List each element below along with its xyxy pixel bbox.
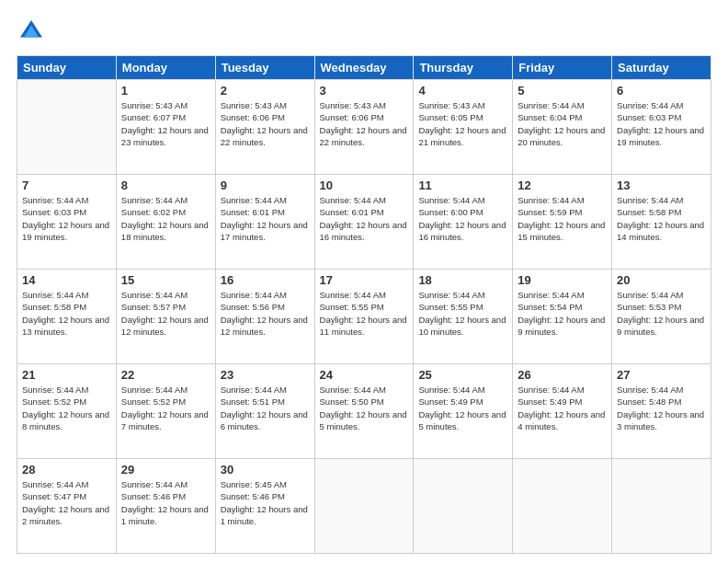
calendar-cell: 1Sunrise: 5:43 AMSunset: 6:07 PMDaylight… — [116, 80, 215, 175]
day-number: 22 — [121, 368, 210, 382]
day-number: 13 — [617, 178, 706, 192]
calendar-cell: 18Sunrise: 5:44 AMSunset: 5:55 PMDayligh… — [414, 270, 513, 364]
calendar-header-tuesday: Tuesday — [215, 56, 314, 80]
day-number: 29 — [121, 463, 210, 477]
day-info: Sunrise: 5:44 AMSunset: 5:50 PMDaylight:… — [320, 384, 409, 432]
calendar-week-2: 7Sunrise: 5:44 AMSunset: 6:03 PMDaylight… — [17, 175, 711, 270]
calendar-cell: 17Sunrise: 5:44 AMSunset: 5:55 PMDayligh… — [314, 270, 414, 364]
calendar-week-5: 28Sunrise: 5:44 AMSunset: 5:47 PMDayligh… — [17, 459, 711, 554]
day-number: 24 — [320, 368, 409, 382]
day-number: 1 — [121, 84, 210, 98]
calendar-cell: 12Sunrise: 5:44 AMSunset: 5:59 PMDayligh… — [513, 175, 612, 270]
calendar-header-monday: Monday — [116, 56, 215, 80]
day-info: Sunrise: 5:44 AMSunset: 5:55 PMDaylight:… — [418, 289, 507, 338]
day-number: 14 — [22, 273, 111, 287]
calendar-cell: 6Sunrise: 5:44 AMSunset: 6:03 PMDaylight… — [612, 80, 711, 175]
calendar-header-row: SundayMondayTuesdayWednesdayThursdayFrid… — [17, 56, 711, 80]
day-info: Sunrise: 5:44 AMSunset: 5:49 PMDaylight:… — [518, 384, 607, 432]
day-info: Sunrise: 5:43 AMSunset: 6:06 PMDaylight:… — [320, 99, 409, 148]
day-number: 11 — [418, 178, 507, 192]
calendar-week-1: 1Sunrise: 5:43 AMSunset: 6:07 PMDaylight… — [17, 80, 711, 175]
calendar-cell: 13Sunrise: 5:44 AMSunset: 5:58 PMDayligh… — [612, 175, 711, 270]
page: SundayMondayTuesdayWednesdayThursdayFrid… — [0, 0, 728, 563]
calendar-cell — [513, 459, 612, 554]
calendar-cell: 16Sunrise: 5:44 AMSunset: 5:56 PMDayligh… — [215, 270, 314, 364]
calendar-cell: 27Sunrise: 5:44 AMSunset: 5:48 PMDayligh… — [612, 364, 711, 459]
day-number: 7 — [22, 178, 111, 192]
calendar-cell: 5Sunrise: 5:44 AMSunset: 6:04 PMDaylight… — [513, 80, 612, 175]
day-info: Sunrise: 5:44 AMSunset: 5:52 PMDaylight:… — [121, 384, 210, 432]
calendar-cell: 2Sunrise: 5:43 AMSunset: 6:06 PMDaylight… — [215, 80, 314, 175]
day-info: Sunrise: 5:44 AMSunset: 6:04 PMDaylight:… — [518, 99, 607, 148]
day-info: Sunrise: 5:44 AMSunset: 6:03 PMDaylight:… — [22, 194, 111, 243]
day-number: 3 — [320, 84, 409, 98]
day-number: 20 — [617, 273, 706, 287]
day-number: 10 — [320, 178, 409, 192]
day-info: Sunrise: 5:44 AMSunset: 5:52 PMDaylight:… — [22, 384, 111, 432]
calendar-header-thursday: Thursday — [414, 56, 513, 80]
calendar-cell: 4Sunrise: 5:43 AMSunset: 6:05 PMDaylight… — [414, 80, 513, 175]
day-number: 9 — [221, 178, 310, 192]
day-number: 15 — [121, 273, 210, 287]
day-number: 8 — [121, 178, 210, 192]
calendar-cell: 8Sunrise: 5:44 AMSunset: 6:02 PMDaylight… — [116, 175, 215, 270]
calendar-cell: 24Sunrise: 5:44 AMSunset: 5:50 PMDayligh… — [314, 364, 414, 459]
calendar-cell — [17, 80, 117, 175]
day-number: 17 — [320, 273, 409, 287]
calendar-cell: 11Sunrise: 5:44 AMSunset: 6:00 PMDayligh… — [414, 175, 513, 270]
day-info: Sunrise: 5:44 AMSunset: 6:01 PMDaylight:… — [221, 194, 310, 243]
day-info: Sunrise: 5:44 AMSunset: 5:56 PMDaylight:… — [221, 289, 310, 338]
calendar-cell: 15Sunrise: 5:44 AMSunset: 5:57 PMDayligh… — [116, 270, 215, 364]
day-number: 18 — [418, 273, 507, 287]
calendar-cell: 21Sunrise: 5:44 AMSunset: 5:52 PMDayligh… — [17, 364, 117, 459]
day-number: 6 — [617, 84, 706, 98]
day-info: Sunrise: 5:44 AMSunset: 6:01 PMDaylight:… — [320, 194, 409, 243]
calendar-header-saturday: Saturday — [612, 56, 711, 80]
day-number: 30 — [221, 463, 310, 477]
calendar-cell: 23Sunrise: 5:44 AMSunset: 5:51 PMDayligh… — [215, 364, 314, 459]
logo-icon — [17, 17, 46, 46]
day-info: Sunrise: 5:45 AMSunset: 5:46 PMDaylight:… — [221, 478, 310, 527]
day-info: Sunrise: 5:43 AMSunset: 6:06 PMDaylight:… — [221, 99, 310, 148]
day-info: Sunrise: 5:44 AMSunset: 5:46 PMDaylight:… — [121, 478, 210, 527]
calendar-cell: 10Sunrise: 5:44 AMSunset: 6:01 PMDayligh… — [314, 175, 414, 270]
calendar-cell: 28Sunrise: 5:44 AMSunset: 5:47 PMDayligh… — [17, 459, 117, 554]
calendar-cell: 29Sunrise: 5:44 AMSunset: 5:46 PMDayligh… — [116, 459, 215, 554]
calendar-cell — [314, 459, 414, 554]
calendar-cell: 30Sunrise: 5:45 AMSunset: 5:46 PMDayligh… — [215, 459, 314, 554]
day-number: 21 — [22, 368, 111, 382]
day-info: Sunrise: 5:44 AMSunset: 5:51 PMDaylight:… — [221, 384, 310, 432]
day-info: Sunrise: 5:44 AMSunset: 5:57 PMDaylight:… — [121, 289, 210, 338]
day-number: 26 — [518, 368, 607, 382]
day-number: 19 — [518, 273, 607, 287]
day-number: 23 — [221, 368, 310, 382]
day-info: Sunrise: 5:43 AMSunset: 6:05 PMDaylight:… — [418, 99, 507, 148]
calendar-cell — [612, 459, 711, 554]
logo — [17, 17, 50, 46]
calendar-cell: 3Sunrise: 5:43 AMSunset: 6:06 PMDaylight… — [314, 80, 414, 175]
calendar: SundayMondayTuesdayWednesdayThursdayFrid… — [17, 55, 711, 554]
day-info: Sunrise: 5:44 AMSunset: 5:54 PMDaylight:… — [518, 289, 607, 338]
day-info: Sunrise: 5:44 AMSunset: 5:53 PMDaylight:… — [617, 289, 706, 338]
calendar-cell: 22Sunrise: 5:44 AMSunset: 5:52 PMDayligh… — [116, 364, 215, 459]
calendar-cell: 7Sunrise: 5:44 AMSunset: 6:03 PMDaylight… — [17, 175, 117, 270]
day-info: Sunrise: 5:44 AMSunset: 6:03 PMDaylight:… — [617, 99, 706, 148]
day-info: Sunrise: 5:43 AMSunset: 6:07 PMDaylight:… — [121, 99, 210, 148]
day-number: 4 — [418, 84, 507, 98]
calendar-cell: 26Sunrise: 5:44 AMSunset: 5:49 PMDayligh… — [513, 364, 612, 459]
day-number: 27 — [617, 368, 706, 382]
day-number: 25 — [418, 368, 507, 382]
day-info: Sunrise: 5:44 AMSunset: 6:00 PMDaylight:… — [418, 194, 507, 243]
calendar-week-4: 21Sunrise: 5:44 AMSunset: 5:52 PMDayligh… — [17, 364, 711, 459]
calendar-header-wednesday: Wednesday — [314, 56, 414, 80]
day-number: 5 — [518, 84, 607, 98]
day-info: Sunrise: 5:44 AMSunset: 5:58 PMDaylight:… — [617, 194, 706, 243]
calendar-cell: 9Sunrise: 5:44 AMSunset: 6:01 PMDaylight… — [215, 175, 314, 270]
day-number: 2 — [221, 84, 310, 98]
calendar-cell: 14Sunrise: 5:44 AMSunset: 5:58 PMDayligh… — [17, 270, 117, 364]
day-number: 28 — [22, 463, 111, 477]
calendar-cell: 25Sunrise: 5:44 AMSunset: 5:49 PMDayligh… — [414, 364, 513, 459]
calendar-cell: 20Sunrise: 5:44 AMSunset: 5:53 PMDayligh… — [612, 270, 711, 364]
day-info: Sunrise: 5:44 AMSunset: 5:55 PMDaylight:… — [320, 289, 409, 338]
calendar-header-sunday: Sunday — [17, 56, 117, 80]
